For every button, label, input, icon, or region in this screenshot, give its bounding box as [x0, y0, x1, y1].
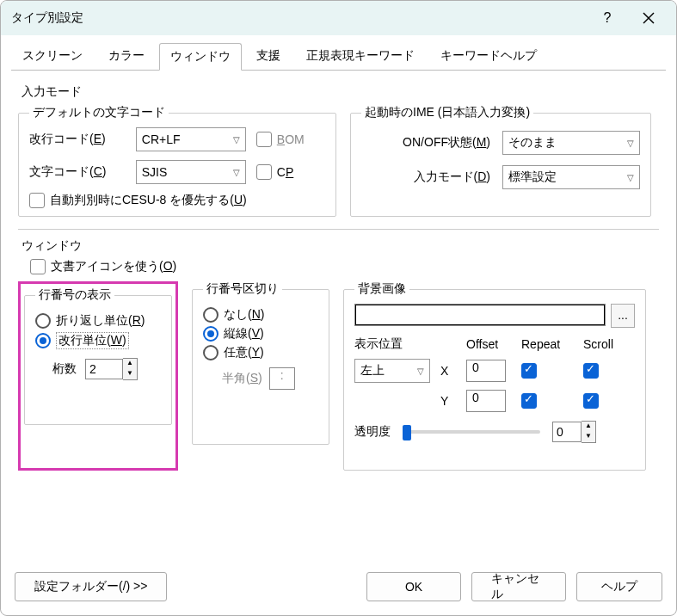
half-label: 半角(S): [222, 371, 262, 386]
cp-checkbox[interactable]: CP: [256, 164, 325, 180]
help-button-footer[interactable]: ヘルプ: [576, 572, 662, 601]
wrap-unit-radio[interactable]: 折り返し単位(R): [35, 313, 161, 329]
line-number-group: 行番号の表示 折り返し単位(R) 改行単位(W) 桁数 ▲▼: [24, 287, 172, 425]
ime-mode-label: 入力モード(D): [361, 169, 490, 185]
newline-code-label: 改行コード(E): [29, 132, 127, 147]
ime-onoff-label: ON/OFF状態(M): [361, 135, 490, 151]
bg-scroll-label: Scroll: [583, 337, 635, 351]
tabs: スクリーン カラー ウィンドウ 支援 正規表現キーワード キーワードヘルプ: [1, 35, 676, 70]
default-charset-group: デフォルトの文字コード 改行コード(E) CR+LF▽ BOM 文字コード(C)…: [18, 105, 336, 217]
titlebar: タイプ別設定 ?: [1, 1, 676, 35]
line-separator-group: 行番号区切り なし(N) 縦線(V) 任意(Y) 半角(S) :: [192, 281, 329, 445]
chevron-down-icon: ▽: [627, 173, 634, 182]
ime-onoff-combo[interactable]: そのまま▽: [502, 131, 640, 155]
line-separator-legend: 行番号区切り: [203, 281, 282, 297]
bg-transparency-spinner[interactable]: ▲▼: [552, 421, 596, 443]
bg-pos-label: 表示位置: [354, 336, 430, 352]
tab-assist[interactable]: 支援: [245, 42, 292, 70]
bg-y-label: Y: [440, 394, 456, 408]
tab-screen[interactable]: スクリーン: [11, 42, 94, 70]
bg-offset-label: Offset: [466, 337, 511, 351]
bg-y-repeat-checkbox[interactable]: [521, 393, 537, 409]
bg-repeat-label: Repeat: [521, 337, 573, 351]
spin-up-icon[interactable]: ▲: [582, 422, 595, 432]
bg-x-input[interactable]: 0: [466, 360, 506, 382]
bg-transparency-slider[interactable]: [403, 425, 540, 439]
bg-transparency-input[interactable]: [552, 422, 582, 442]
cancel-button[interactable]: キャンセル: [471, 572, 566, 601]
startup-ime-legend: 起動時のIME (日本語入力変換): [361, 105, 533, 120]
bg-image-group: 背景画像 ... 表示位置 Offset Repeat Scroll 左上▽ X…: [343, 281, 646, 471]
chevron-down-icon: ▽: [417, 367, 424, 376]
bg-x-scroll-checkbox[interactable]: [583, 363, 599, 379]
chevron-down-icon: ▽: [627, 139, 634, 148]
startup-ime-group: 起動時のIME (日本語入力変換) ON/OFF状態(M) そのまま▽ 入力モー…: [350, 105, 651, 217]
default-charset-legend: デフォルトの文字コード: [29, 105, 169, 120]
window-section-label: ウィンドウ: [22, 238, 659, 254]
half-input: :: [269, 367, 295, 390]
input-mode-label: 入力モード: [22, 84, 659, 100]
newline-code-combo[interactable]: CR+LF▽: [136, 127, 246, 151]
bg-x-label: X: [440, 364, 456, 378]
bg-image-legend: 背景画像: [354, 281, 409, 297]
chevron-down-icon: ▽: [233, 135, 240, 145]
bg-y-scroll-checkbox[interactable]: [583, 393, 599, 409]
close-button[interactable]: [631, 1, 666, 35]
help-button[interactable]: ?: [590, 1, 625, 35]
sep-vline-radio[interactable]: 縦線(V): [203, 326, 318, 342]
charset-combo[interactable]: SJIS▽: [136, 160, 246, 184]
digits-input[interactable]: [85, 359, 123, 379]
bg-browse-button[interactable]: ...: [611, 304, 635, 328]
charset-label: 文字コード(C): [29, 164, 127, 180]
bom-checkbox: BOM: [256, 132, 325, 147]
tab-regex[interactable]: 正規表現キーワード: [295, 42, 426, 70]
ime-mode-combo[interactable]: 標準設定▽: [502, 165, 640, 189]
ok-button[interactable]: OK: [366, 572, 461, 601]
bg-path-input[interactable]: [354, 304, 606, 326]
sep-none-radio[interactable]: なし(N): [203, 307, 318, 323]
spin-down-icon[interactable]: ▼: [582, 432, 595, 442]
chevron-down-icon: ▽: [233, 168, 240, 177]
tab-window[interactable]: ウィンドウ: [159, 43, 242, 71]
digits-label: 桁数: [52, 361, 77, 377]
newline-unit-radio[interactable]: 改行単位(W): [35, 332, 161, 349]
bg-pos-combo[interactable]: 左上▽: [354, 359, 430, 383]
tab-color[interactable]: カラー: [97, 42, 156, 70]
bg-y-input[interactable]: 0: [466, 390, 506, 412]
spin-down-icon[interactable]: ▼: [123, 369, 137, 379]
tab-keyword-help[interactable]: キーワードヘルプ: [429, 42, 548, 70]
bg-transparency-label: 透明度: [354, 424, 391, 440]
bg-x-repeat-checkbox[interactable]: [521, 363, 537, 379]
line-number-highlight: 行番号の表示 折り返し単位(R) 改行単位(W) 桁数 ▲▼: [18, 281, 178, 471]
close-icon: [643, 12, 655, 24]
window-title: タイプ別設定: [11, 10, 583, 26]
sep-any-radio[interactable]: 任意(Y): [203, 345, 318, 360]
line-number-legend: 行番号の表示: [35, 287, 114, 303]
spin-up-icon[interactable]: ▲: [123, 359, 137, 369]
cesu8-checkbox[interactable]: 自動判別時にCESU-8 を優先する(U): [29, 193, 325, 208]
settings-folder-button[interactable]: 設定フォルダー(/) >>: [15, 572, 167, 601]
digits-spinner[interactable]: ▲▼: [85, 358, 138, 380]
doc-icon-checkbox[interactable]: 文書アイコンを使う(O): [30, 259, 659, 274]
